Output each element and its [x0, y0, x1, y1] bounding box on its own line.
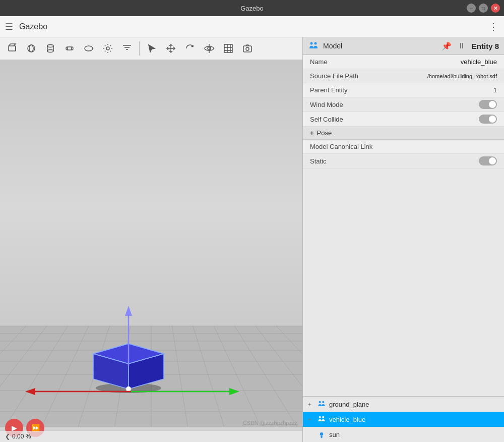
ground-plane-label: ground_plane — [329, 401, 369, 408]
svg-point-71 — [314, 42, 317, 45]
ground-plane-icon — [317, 400, 326, 409]
svg-marker-67 — [229, 388, 239, 395]
percent-arrow: ❮ — [5, 433, 10, 440]
parent-entity-row: Parent Entity 1 — [303, 83, 504, 97]
capsule-tool-button[interactable] — [60, 39, 79, 58]
svg-rect-77 — [321, 435, 322, 437]
name-label: Name — [310, 58, 391, 66]
vehicle-blue-icon — [317, 415, 326, 424]
entity-label: Entity 8 — [472, 42, 499, 50]
svg-point-72 — [319, 401, 321, 403]
expand-icon-ground-plane: + — [308, 401, 314, 407]
svg-point-76 — [320, 432, 324, 436]
window-title: Gazebo — [240, 5, 264, 12]
viewport-bottom-bar: ❮ 0.00 % — [0, 431, 302, 442]
screenshot-tool-button[interactable] — [238, 39, 257, 58]
svg-marker-65 — [125, 306, 132, 316]
maximize-button[interactable]: □ — [479, 4, 488, 13]
properties-title: Model — [323, 42, 437, 50]
vehicle-blue-label: vehicle_blue — [329, 416, 365, 423]
svg-line-16 — [110, 45, 111, 46]
more-options-icon[interactable]: ⋮ — [488, 21, 499, 33]
pin-icon[interactable]: 📌 — [442, 41, 452, 51]
pose-label: Pose — [317, 129, 332, 137]
svg-rect-31 — [243, 46, 251, 52]
window-controls: – □ ✕ — [467, 4, 500, 13]
self-collide-label: Self Collide — [310, 116, 391, 123]
cylinder-tool-button[interactable] — [41, 39, 59, 58]
svg-point-2 — [29, 45, 33, 52]
svg-point-74 — [319, 416, 321, 418]
source-file-value: /home/adl/building_robot.sdf — [391, 73, 497, 79]
select-tool-button[interactable] — [143, 39, 161, 58]
source-file-label: Source File Path — [310, 72, 391, 80]
static-toggle[interactable] — [479, 156, 497, 165]
box-tool-button[interactable] — [3, 39, 21, 58]
svg-point-1 — [28, 45, 35, 52]
main-layout: ▶ ⏩ ❮ 0.00 % CSDN @zzzhpzhpzzz — [0, 37, 504, 442]
svg-point-32 — [246, 47, 249, 50]
model-canonical-link-label: Model Canonical Link — [310, 143, 391, 150]
percent-display: 0.00 % — [12, 433, 31, 440]
directional-light-tool-button[interactable] — [118, 39, 136, 58]
svg-rect-7 — [68, 47, 72, 50]
self-collide-toggle[interactable] — [479, 115, 497, 124]
name-property-row: Name vehicle_blue — [303, 55, 504, 69]
expand-icon-vehicle-blue: + — [308, 416, 314, 422]
source-file-path-row: Source File Path /home/adl/building_robo… — [303, 69, 504, 83]
scene-tree: + ground_plane + — [303, 397, 504, 442]
title-bar: Gazebo – □ ✕ — [0, 0, 504, 16]
properties-panel: Model 📌 ⏸ Entity 8 Name vehicle_blue Sou… — [303, 37, 504, 397]
svg-rect-0 — [9, 46, 16, 51]
svg-point-4 — [47, 50, 53, 52]
close-button[interactable]: ✕ — [491, 4, 500, 13]
hamburger-menu-icon[interactable]: ☰ — [5, 21, 13, 32]
pose-section[interactable]: + Pose — [303, 127, 504, 140]
ellipsoid-tool-button[interactable] — [80, 39, 98, 58]
parent-entity-label: Parent Entity — [310, 86, 391, 94]
svg-point-8 — [85, 46, 93, 51]
3d-viewport[interactable]: ▶ ⏩ ❮ 0.00 % CSDN @zzzhpzhpzzz — [0, 60, 302, 442]
menu-bar: ☰ Gazebo ⋮ — [0, 16, 504, 37]
model-icon — [308, 40, 319, 51]
wind-mode-toggle[interactable] — [479, 100, 497, 109]
name-value: vehicle_blue — [391, 58, 497, 66]
svg-line-15 — [110, 51, 111, 51]
wind-mode-label: Wind Mode — [310, 101, 391, 108]
static-row: Static — [303, 154, 504, 169]
svg-line-14 — [105, 45, 105, 46]
app-title: Gazebo — [19, 22, 482, 31]
svg-rect-26 — [224, 44, 232, 52]
sun-icon — [317, 430, 326, 439]
wind-mode-row: Wind Mode — [303, 97, 504, 112]
transform-arrow-right — [129, 386, 239, 397]
sphere-tool-button[interactable] — [22, 39, 40, 58]
svg-marker-69 — [25, 388, 35, 395]
svg-line-17 — [105, 51, 105, 51]
self-collide-row: Self Collide — [303, 112, 504, 127]
svg-point-73 — [322, 401, 324, 403]
watermark: CSDN @zzzhpzhpzzz — [243, 420, 297, 426]
sun-label: sun — [329, 431, 340, 438]
transform-arrow-up — [123, 306, 134, 366]
minimize-button[interactable]: – — [467, 4, 476, 13]
grid-tool-button[interactable] — [219, 39, 237, 58]
right-panel: Model 📌 ⏸ Entity 8 Name vehicle_blue Sou… — [302, 37, 504, 442]
translate-tool-button[interactable] — [162, 39, 180, 58]
static-label: Static — [310, 157, 391, 165]
tree-item-ground-plane[interactable]: + ground_plane — [303, 397, 504, 412]
properties-header: Model 📌 ⏸ Entity 8 — [303, 37, 504, 55]
model-canonical-link-row: Model Canonical Link — [303, 140, 504, 154]
svg-point-9 — [106, 47, 109, 50]
svg-point-3 — [47, 45, 53, 47]
rotate-tool-button[interactable] — [181, 39, 199, 58]
point-light-tool-button[interactable] — [99, 39, 117, 58]
pause-icon[interactable]: ⏸ — [458, 41, 466, 50]
svg-point-75 — [322, 416, 324, 418]
tree-item-sun[interactable]: + sun — [303, 427, 504, 442]
svg-point-70 — [310, 42, 313, 45]
orbit-tool-button[interactable] — [200, 39, 218, 58]
transform-arrow-left — [25, 386, 131, 397]
tree-item-vehicle-blue[interactable]: + vehicle_blue — [303, 412, 504, 427]
pose-expand-icon: + — [310, 129, 314, 137]
